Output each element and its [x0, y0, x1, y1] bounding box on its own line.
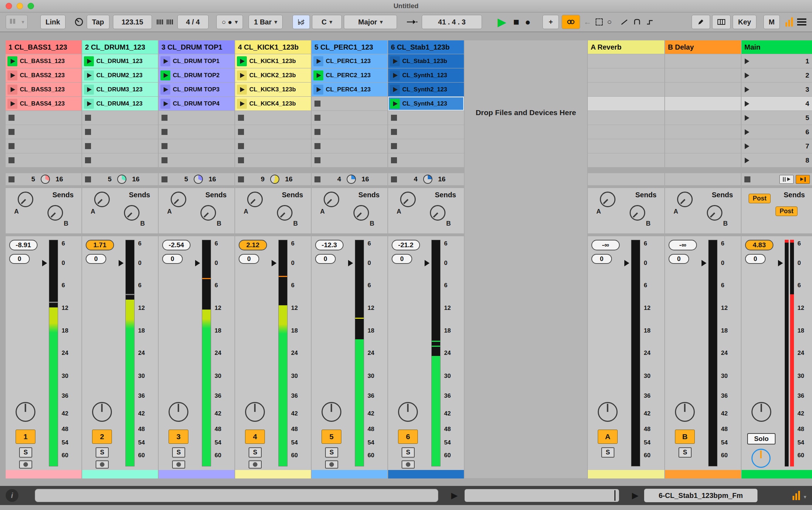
send-b-knob[interactable]: [430, 205, 445, 221]
track-header[interactable]: 4 CL_KICK1_123b: [235, 40, 311, 54]
scene-slot[interactable]: [588, 153, 664, 167]
send-b-knob[interactable]: [707, 205, 722, 221]
send-b-knob[interactable]: [124, 205, 140, 221]
view-toggle[interactable]: ▾: [6, 15, 28, 29]
stop-all-clips-button[interactable]: [744, 176, 750, 182]
tempo-display[interactable]: 123.15: [113, 15, 152, 29]
empty-clip-slot[interactable]: [6, 111, 81, 125]
clip-play-icon[interactable]: [160, 99, 170, 109]
volume-display[interactable]: 4.83: [745, 240, 773, 250]
pan-display[interactable]: 0: [591, 254, 612, 264]
empty-clip-slot[interactable]: [82, 153, 158, 167]
track-number-button[interactable]: 1: [16, 430, 35, 444]
pan-display[interactable]: 0: [392, 254, 412, 264]
clip-stop-button[interactable]: [238, 143, 244, 149]
scene-slot[interactable]: [665, 97, 741, 110]
send-a-post-toggle[interactable]: Post: [749, 194, 771, 203]
ramp-tool-button[interactable]: [620, 18, 628, 26]
empty-clip-slot[interactable]: [82, 139, 158, 153]
clip-stop-button[interactable]: [8, 115, 15, 121]
clip-play-icon[interactable]: [7, 85, 17, 95]
stop-button[interactable]: ■: [513, 16, 519, 28]
clip-stop-button[interactable]: [314, 143, 320, 149]
clip-slot[interactable]: CL_DRUM3_123: [82, 83, 158, 96]
scene-slot[interactable]: [588, 125, 664, 139]
scene-row[interactable]: 5: [742, 111, 812, 125]
step-tool-button[interactable]: [646, 18, 654, 26]
scene-play-icon[interactable]: [745, 143, 749, 149]
empty-clip-slot[interactable]: [82, 111, 158, 125]
volume-display[interactable]: 1.71: [86, 240, 114, 250]
pan-knob[interactable]: [598, 402, 618, 422]
clip-slot[interactable]: CL_BASS1_123: [6, 54, 81, 68]
clip-stop-button[interactable]: [8, 157, 15, 163]
empty-clip-slot[interactable]: [388, 111, 464, 125]
pan-display[interactable]: 0: [745, 254, 766, 264]
empty-clip-slot[interactable]: [235, 125, 311, 139]
clip-slot[interactable]: CL_KICK3_123b: [235, 83, 311, 96]
nudge-up-button[interactable]: [165, 18, 174, 26]
clip-play-icon[interactable]: [7, 70, 17, 80]
track-number-button[interactable]: 5: [322, 430, 341, 444]
clip-stop-button[interactable]: [391, 176, 397, 182]
back-arrow-button[interactable]: ←: [584, 17, 591, 27]
follow-actions-button[interactable]: [779, 175, 794, 184]
minimize-button[interactable]: [17, 3, 23, 9]
clip-stop-button[interactable]: [391, 143, 397, 149]
send-a-knob[interactable]: [400, 192, 416, 207]
track-header[interactable]: B Delay: [665, 40, 741, 54]
clip-slot[interactable]: CL_Synth4_123: [388, 97, 464, 110]
empty-clip-slot[interactable]: [312, 139, 387, 153]
pan-knob[interactable]: [322, 402, 341, 422]
clip-slot[interactable]: CL_BASS3_123: [6, 83, 81, 96]
empty-clip-slot[interactable]: [312, 111, 387, 125]
clip-slot[interactable]: CL_KICK2_123b: [235, 68, 311, 82]
nudge-down-button[interactable]: [155, 18, 164, 26]
solo-button[interactable]: S: [172, 447, 185, 458]
track-number-button[interactable]: 2: [92, 430, 112, 444]
clip-slot[interactable]: CL_DRUM TOP1: [159, 54, 234, 68]
scene-row[interactable]: 1: [742, 54, 812, 68]
volume-display[interactable]: -∞: [591, 240, 620, 250]
clip-slot[interactable]: CL_Stab1_123b: [388, 54, 464, 68]
record-button[interactable]: ●: [525, 17, 531, 28]
follow-button[interactable]: [406, 18, 418, 26]
scene-slot[interactable]: [665, 68, 741, 82]
clip-slot[interactable]: CL_Synth2_123: [388, 83, 464, 96]
track-header[interactable]: A Reverb: [588, 40, 664, 54]
volume-display[interactable]: -12.3: [315, 240, 343, 250]
scene-row[interactable]: 4: [742, 97, 812, 110]
clip-playing-icon[interactable]: [160, 70, 170, 80]
scene-slot[interactable]: [588, 139, 664, 153]
pan-knob[interactable]: [92, 402, 112, 422]
zoom-button[interactable]: [28, 3, 34, 9]
quantization-menu[interactable]: 1 Bar ▾: [249, 15, 283, 29]
clip-play-icon[interactable]: [160, 56, 170, 66]
arm-button[interactable]: [172, 460, 185, 469]
clip-playing-icon[interactable]: [7, 56, 17, 66]
clip-stop-button[interactable]: [314, 157, 320, 163]
clip-play-icon[interactable]: [313, 85, 323, 95]
solo-button[interactable]: S: [402, 447, 415, 458]
clip-play-icon[interactable]: [313, 56, 323, 66]
info-button[interactable]: i: [6, 489, 18, 502]
empty-clip-slot[interactable]: [159, 153, 234, 167]
send-a-knob[interactable]: [247, 192, 263, 207]
scene-slot[interactable]: [665, 139, 741, 153]
empty-clip-slot[interactable]: [312, 125, 387, 139]
clip-stop-button[interactable]: [8, 129, 15, 135]
empty-clip-slot[interactable]: [159, 139, 234, 153]
clip-slot[interactable]: CL_BASS4_123: [6, 97, 81, 110]
clip-play-icon[interactable]: [84, 99, 94, 109]
send-b-post-toggle[interactable]: Post: [776, 206, 797, 216]
clip-stop-button[interactable]: [85, 157, 91, 163]
clip-stop-button[interactable]: [8, 143, 15, 149]
clip-stop-button[interactable]: [314, 176, 320, 182]
track-number-button[interactable]: 6: [398, 430, 418, 444]
scene-play-icon[interactable]: [745, 58, 749, 64]
clip-stop-button[interactable]: [391, 157, 397, 163]
empty-clip-slot[interactable]: [235, 111, 311, 125]
volume-display[interactable]: -2.54: [162, 240, 191, 250]
empty-clip-slot[interactable]: [6, 125, 81, 139]
track-header[interactable]: 2 CL_DRUM1_123: [82, 40, 158, 54]
